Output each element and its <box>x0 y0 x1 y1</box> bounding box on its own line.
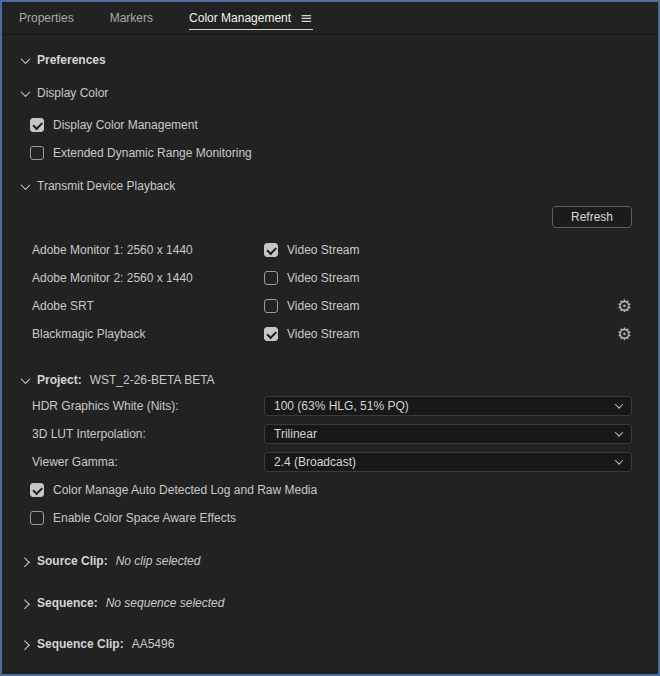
section-header-project[interactable]: Project: WST_2-26-BETA BETA <box>2 371 632 389</box>
section-header-sequence[interactable]: Sequence: No sequence selected <box>2 594 632 612</box>
chevron-down-icon <box>19 87 31 99</box>
video-stream-label: Video Stream <box>287 327 360 341</box>
lut-interpolation-dropdown[interactable]: Trilinear <box>264 424 632 444</box>
checkbox-row-color-space-aware: Enable Color Space Aware Effects <box>2 509 632 527</box>
color-space-aware-checkbox[interactable] <box>30 511 44 525</box>
chevron-down-icon <box>19 374 31 386</box>
display-color-label: Display Color <box>37 86 108 100</box>
display-color-management-checkbox[interactable] <box>30 118 44 132</box>
panel-menu-icon[interactable]: ≡ <box>300 11 313 26</box>
checkbox-row-color-manage-auto: Color Manage Auto Detected Log and Raw M… <box>2 481 632 499</box>
tab-properties[interactable]: Properties <box>19 2 74 34</box>
video-stream-label: Video Stream <box>287 299 360 313</box>
tab-markers[interactable]: Markers <box>110 2 153 34</box>
source-clip-label: Source Clip: <box>37 554 108 568</box>
gear-icon[interactable]: ⚙ <box>617 326 632 343</box>
field-row-viewer-gamma: Viewer Gamma: 2.4 (Broadcast) <box>2 452 632 472</box>
video-stream-checkbox[interactable] <box>264 271 278 285</box>
field-label: Viewer Gamma: <box>32 455 264 469</box>
dropdown-value: Trilinear <box>274 427 317 441</box>
panel-tab-bar: Properties Markers Color Management ≡ <box>2 2 658 35</box>
viewer-gamma-dropdown[interactable]: 2.4 (Broadcast) <box>264 452 632 472</box>
device-row-adobe-monitor-2: Adobe Monitor 2: 2560 x 1440 Video Strea… <box>2 269 632 287</box>
checkbox-label: Color Manage Auto Detected Log and Raw M… <box>53 483 317 497</box>
section-header-sequence-clip[interactable]: Sequence Clip: AA5496 <box>2 635 632 653</box>
checkbox-label: Display Color Management <box>53 118 198 132</box>
tab-color-management[interactable]: Color Management ≡ <box>189 2 313 34</box>
chevron-right-icon <box>19 638 31 650</box>
chevron-right-icon <box>19 555 31 567</box>
device-name: Adobe SRT <box>32 299 264 313</box>
panel-content: Preferences Display Color Display Color … <box>2 51 658 653</box>
sequence-clip-label: Sequence Clip: <box>37 637 124 651</box>
device-name: Blackmagic Playback <box>32 327 264 341</box>
sequence-clip-value: AA5496 <box>132 637 175 651</box>
refresh-button[interactable]: Refresh <box>552 206 632 228</box>
transmit-label: Transmit Device Playback <box>37 179 175 193</box>
sequence-label: Sequence: <box>37 596 98 610</box>
dropdown-value: 2.4 (Broadcast) <box>274 455 356 469</box>
dropdown-value: 100 (63% HLG, 51% PQ) <box>274 399 409 413</box>
hdr-graphics-white-dropdown[interactable]: 100 (63% HLG, 51% PQ) <box>264 396 632 416</box>
color-management-panel: Properties Markers Color Management ≡ Pr… <box>0 0 660 676</box>
checkbox-row-extended-dynamic-range: Extended Dynamic Range Monitoring <box>2 144 632 162</box>
project-label: Project: <box>37 373 82 387</box>
tab-color-management-label: Color Management <box>189 11 291 25</box>
device-name: Adobe Monitor 2: 2560 x 1440 <box>32 271 264 285</box>
checkbox-label: Extended Dynamic Range Monitoring <box>53 146 252 160</box>
extended-dynamic-range-checkbox[interactable] <box>30 146 44 160</box>
section-header-transmit-device-playback[interactable]: Transmit Device Playback <box>2 177 632 195</box>
chevron-down-icon <box>615 428 623 436</box>
chevron-down-icon <box>615 400 623 408</box>
video-stream-checkbox[interactable] <box>264 327 278 341</box>
checkbox-label: Enable Color Space Aware Effects <box>53 511 236 525</box>
tab-properties-label: Properties <box>19 11 74 25</box>
field-row-hdr-graphics-white: HDR Graphics White (Nits): 100 (63% HLG,… <box>2 396 632 416</box>
field-label: 3D LUT Interpolation: <box>32 427 264 441</box>
tab-markers-label: Markers <box>110 11 153 25</box>
refresh-row: Refresh <box>2 206 632 228</box>
chevron-down-icon <box>19 180 31 192</box>
field-row-3d-lut-interpolation: 3D LUT Interpolation: Trilinear <box>2 424 632 444</box>
chevron-down-icon <box>615 456 623 464</box>
gear-icon[interactable]: ⚙ <box>617 298 632 315</box>
video-stream-checkbox[interactable] <box>264 299 278 313</box>
video-stream-label: Video Stream <box>287 243 360 257</box>
device-row-adobe-monitor-1: Adobe Monitor 1: 2560 x 1440 Video Strea… <box>2 241 632 259</box>
chevron-right-icon <box>19 597 31 609</box>
sequence-value: No sequence selected <box>106 596 225 610</box>
section-header-preferences[interactable]: Preferences <box>2 51 632 69</box>
chevron-down-icon <box>19 54 31 66</box>
device-name: Adobe Monitor 1: 2560 x 1440 <box>32 243 264 257</box>
color-manage-auto-checkbox[interactable] <box>30 483 44 497</box>
section-header-source-clip[interactable]: Source Clip: No clip selected <box>2 552 632 570</box>
field-label: HDR Graphics White (Nits): <box>32 399 264 413</box>
video-stream-label: Video Stream <box>287 271 360 285</box>
device-row-blackmagic-playback: Blackmagic Playback Video Stream ⚙ <box>2 325 632 343</box>
checkbox-row-display-color-management: Display Color Management <box>2 116 632 134</box>
source-clip-value: No clip selected <box>116 554 201 568</box>
device-row-adobe-srt: Adobe SRT Video Stream ⚙ <box>2 297 632 315</box>
preferences-label: Preferences <box>37 53 106 67</box>
project-name: WST_2-26-BETA BETA <box>90 373 215 387</box>
section-header-display-color[interactable]: Display Color <box>2 84 632 102</box>
video-stream-checkbox[interactable] <box>264 243 278 257</box>
